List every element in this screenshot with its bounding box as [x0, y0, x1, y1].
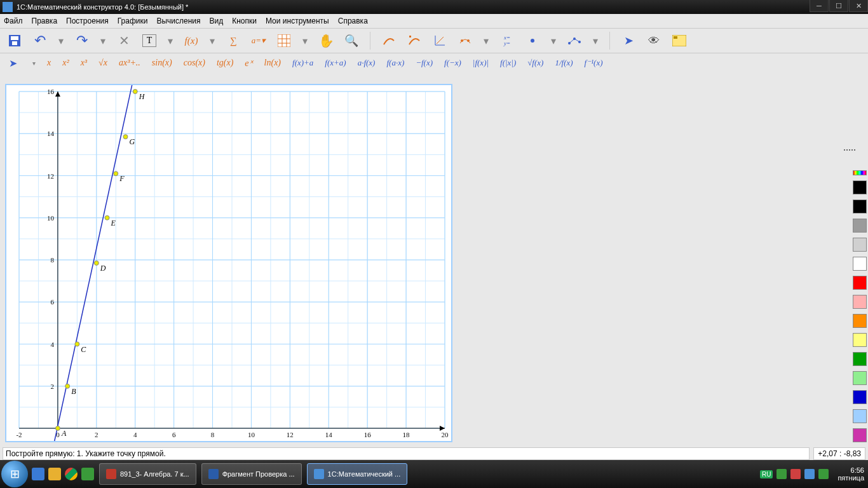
color-gradient-icon[interactable]: [853, 170, 867, 175]
svg-rect-18: [674, 36, 677, 39]
plot-canvas[interactable]: -202468101214161820246810121416ABCDEFGH: [5, 84, 452, 442]
fn-shift-y[interactable]: f(x)+a: [292, 58, 313, 68]
tray-icon[interactable]: [790, 469, 801, 479]
color-swatch[interactable]: [853, 333, 867, 347]
palette-gripper[interactable]: [844, 147, 853, 152]
menu-my-tools[interactable]: Мои инструменты: [266, 17, 329, 25]
color-swatch[interactable]: [853, 257, 867, 271]
console-icon[interactable]: [672, 34, 686, 48]
fn-poly[interactable]: ax³+..: [119, 58, 140, 68]
fn-negx[interactable]: f(−x): [444, 58, 461, 68]
fn-absx[interactable]: f(|x|): [500, 58, 516, 68]
undo-icon[interactable]: ↶: [33, 34, 47, 48]
fn-x[interactable]: x: [47, 58, 51, 68]
fn-inv[interactable]: 1/f(x): [555, 58, 573, 68]
color-swatch[interactable]: [853, 219, 867, 233]
svg-rect-3: [278, 34, 290, 47]
save-icon[interactable]: [8, 34, 22, 48]
color-swatch[interactable]: [853, 180, 867, 194]
color-swatch[interactable]: [853, 352, 867, 366]
tray-icon[interactable]: [776, 469, 787, 479]
axes-icon[interactable]: [433, 34, 447, 48]
close-button[interactable]: ✕: [849, 0, 868, 12]
assign-button[interactable]: a=▾: [252, 34, 266, 48]
svg-text:10: 10: [47, 214, 55, 222]
fn-abs[interactable]: |f(x)|: [473, 58, 489, 68]
color-swatch[interactable]: [853, 428, 867, 442]
ie-icon[interactable]: [32, 468, 44, 480]
color-swatch[interactable]: [853, 295, 867, 309]
color-palette: [853, 170, 867, 442]
grid-icon[interactable]: [277, 34, 291, 48]
fn-inverse[interactable]: f⁻¹(x): [585, 58, 603, 68]
explorer-icon[interactable]: [48, 468, 61, 480]
curve2-icon[interactable]: [407, 34, 421, 48]
menu-graphs[interactable]: Графики: [118, 17, 148, 25]
delete-icon[interactable]: ✕: [117, 34, 131, 48]
menu-edit[interactable]: Правка: [32, 17, 58, 25]
color-swatch[interactable]: [853, 314, 867, 328]
fn-shift-x[interactable]: f(x+a): [325, 58, 346, 68]
plot-svg[interactable]: -202468101214161820246810121416ABCDEFGH: [6, 85, 451, 441]
svg-text:16: 16: [364, 431, 372, 438]
pointer-icon[interactable]: ➤: [621, 34, 635, 48]
text-tool-icon[interactable]: T: [142, 34, 156, 47]
eye-icon[interactable]: 👁: [647, 34, 661, 48]
taskbar: ⊞ 891_3- Алгебра. 7 к...Фрагмент Проверк…: [0, 460, 868, 488]
fn-sqrt[interactable]: √x: [98, 58, 107, 68]
fn-sin[interactable]: sin(x): [152, 58, 172, 68]
taskbar-app[interactable]: 1С:Математический ...: [307, 463, 408, 485]
menu-file[interactable]: Файл: [4, 17, 23, 25]
fn-exp[interactable]: eˣ: [245, 58, 252, 69]
point-icon[interactable]: [526, 34, 539, 48]
svg-point-108: [75, 342, 79, 346]
app-icon: [208, 469, 219, 479]
taskbar-app[interactable]: 891_3- Алгебра. 7 к...: [99, 463, 196, 485]
menu-buttons[interactable]: Кнопки: [232, 17, 257, 25]
menu-view[interactable]: Вид: [210, 17, 224, 25]
fn-tg[interactable]: tg(x): [217, 58, 233, 68]
maximize-button[interactable]: ☐: [829, 0, 848, 12]
taskbar-app-label: 891_3- Алгебра. 7 к...: [120, 470, 189, 478]
svg-text:H: H: [139, 92, 146, 101]
utorrent-icon[interactable]: [81, 468, 94, 480]
clock[interactable]: 6:56 пятница: [837, 466, 864, 482]
color-swatch[interactable]: [853, 276, 867, 290]
fn-cos[interactable]: cos(x): [184, 58, 205, 68]
tray-icon[interactable]: [804, 469, 815, 479]
chrome-icon[interactable]: [65, 468, 78, 480]
menu-constructions[interactable]: Построения: [66, 17, 109, 25]
curve1-icon[interactable]: [382, 34, 396, 48]
redo-icon[interactable]: ↷: [75, 34, 89, 48]
fn-scale-y[interactable]: a·f(x): [358, 58, 376, 68]
fn-x2[interactable]: x²: [62, 58, 69, 68]
function-button[interactable]: f(x): [184, 34, 198, 48]
fn-x3[interactable]: x³: [81, 58, 87, 68]
start-button[interactable]: ⊞: [1, 461, 28, 487]
tray-icon[interactable]: [818, 469, 829, 479]
color-swatch[interactable]: [853, 371, 867, 385]
curve-points-icon[interactable]: [458, 34, 472, 48]
color-swatch[interactable]: [853, 238, 867, 252]
color-swatch[interactable]: [853, 390, 867, 404]
path-points-icon[interactable]: [567, 34, 581, 48]
fn-neg[interactable]: −f(x): [416, 58, 433, 68]
zoom-icon[interactable]: 🔍: [344, 34, 358, 48]
fn-scale-x[interactable]: f(a·x): [386, 58, 404, 68]
xy-button[interactable]: x= y=: [500, 34, 514, 48]
select-arrow-icon[interactable]: ➤: [9, 57, 17, 69]
menu-calculations[interactable]: Вычисления: [156, 17, 200, 25]
color-swatch[interactable]: [853, 409, 867, 423]
menu-help[interactable]: Справка: [338, 17, 368, 25]
svg-point-116: [123, 135, 128, 139]
color-swatch[interactable]: [853, 200, 867, 214]
sigma-button[interactable]: ∑: [226, 34, 240, 48]
language-indicator[interactable]: RU: [760, 470, 773, 478]
taskbar-app[interactable]: Фрагмент Проверка ...: [201, 463, 302, 485]
svg-rect-2: [12, 41, 17, 45]
pan-icon[interactable]: ✋: [319, 34, 333, 48]
fn-ln[interactable]: ln(x): [264, 58, 281, 68]
app-icon: [106, 469, 116, 479]
fn-sqrtf[interactable]: √f(x): [527, 58, 543, 68]
minimize-button[interactable]: ─: [810, 0, 829, 12]
